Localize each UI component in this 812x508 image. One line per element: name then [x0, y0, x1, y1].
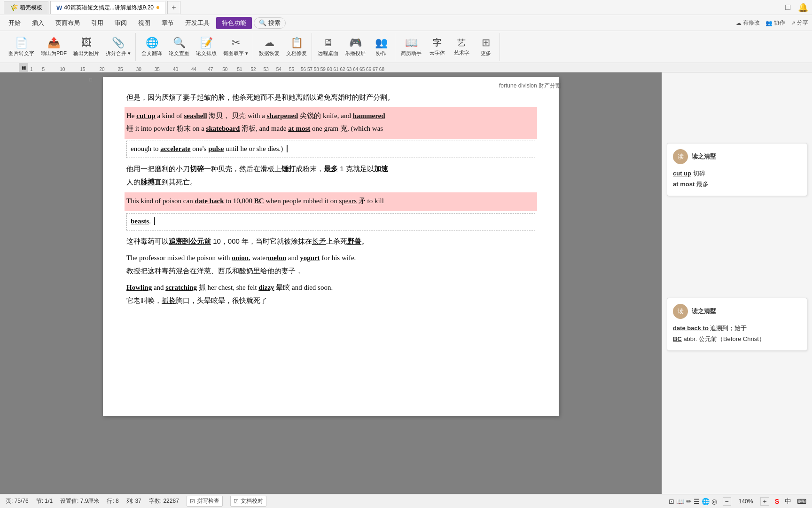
zoom-minus-btn[interactable]: − — [723, 497, 731, 506]
view-edit-icon[interactable]: ✏ — [686, 498, 692, 505]
tab-document[interactable]: W 40篇英语短文搞定...讲解最终版9.20 — [50, 1, 165, 14]
cloud-icon: ☁ — [736, 20, 742, 26]
menu-insert[interactable]: 插入 — [27, 17, 49, 29]
export-img-icon: 🖼 — [81, 37, 92, 49]
pulse-cn: 脉搏 — [141, 178, 155, 186]
more-tools-btn[interactable]: ⊞ 更多 — [474, 34, 498, 60]
keyboard-icon[interactable]: ⌨ — [797, 498, 806, 505]
doc-line-2-en: He cut up a kind of seashell 海贝， 贝壳 with… — [126, 110, 535, 122]
art-text-btn[interactable]: 艺 艺术字 — [450, 34, 473, 60]
img-to-text-icon: 📄 — [15, 37, 28, 49]
atmost-cn: 最多 — [324, 165, 338, 173]
doc-check-btn[interactable]: ☑ 文档校对 — [230, 496, 266, 507]
split-merge-icon: 📎 — [112, 37, 125, 49]
coauthor-label[interactable]: 👥 协作 — [765, 19, 785, 27]
menu-view[interactable]: 视图 — [133, 17, 155, 29]
data-restore-btn[interactable]: ☁ 数据恢复 — [256, 34, 282, 60]
menu-chapter[interactable]: 章节 — [157, 17, 179, 29]
doc-line-6-cn: 人的脉搏直到其死亡。 — [126, 176, 535, 188]
tab-unsaved-dot — [156, 6, 159, 9]
doc-line-9-cn: 这种毒药可以追溯到公元前 10，000 年，当时它就被涂抹在长矛上杀死野兽。 — [126, 235, 535, 247]
skateboard-word: skateboard — [206, 125, 240, 132]
view-focus-icon[interactable]: ◎ — [711, 498, 717, 505]
remote-tools-group: 🖥 远程桌面 🎮 乐播投屏 👥 协作 — [313, 33, 395, 61]
spell-check-btn[interactable]: ☑ 拼写检查 — [187, 496, 223, 507]
view-mode-icons[interactable]: ⊡ 📖 ✏ ☰ 🌐 ◎ — [669, 498, 717, 505]
screenshot-icon: ✂ — [232, 37, 240, 49]
doc-highlighted-block-1: He cut up a kind of seashell 海贝， 贝壳 with… — [125, 107, 537, 139]
seashell-word: seashell — [184, 112, 207, 119]
notification-icon[interactable]: 🔔 — [798, 2, 808, 13]
share-label[interactable]: ↗ 分享 — [791, 19, 808, 27]
doc-line-12-en: Howling and scratching 抓 her chest, she … — [126, 282, 535, 294]
paper-format-icon: 📝 — [200, 37, 213, 49]
beast-cn: 野兽 — [347, 237, 361, 245]
comment-2-content: date back to 追溯到；始于 BC abbr. 公元前（Before … — [673, 323, 801, 345]
collaborate-btn[interactable]: 👥 协作 — [369, 34, 393, 60]
zoom-plus-btn[interactable]: + — [760, 497, 769, 506]
text-cursor — [285, 145, 288, 152]
data-restore-icon: ☁ — [264, 37, 274, 49]
add-tab-button[interactable]: + — [167, 1, 180, 14]
menubar-right: ☁ 有修改 👥 协作 ↗ 分享 — [736, 19, 808, 27]
doc-line-4-en: enough to accelerate one's pulse until h… — [131, 143, 531, 155]
melon-word: melon — [268, 254, 286, 262]
share-icon: ↗ — [791, 20, 796, 26]
full-translate-btn[interactable]: 🌐 全文翻译 — [139, 34, 165, 60]
doc-highlighted-block-2: This kind of poison can date back to 10,… — [125, 192, 537, 211]
menu-bar: 开始 插入 页面布局 引用 审阅 视图 章节 开发工具 特色功能 🔍 搜索 ☁ … — [0, 15, 812, 31]
yogurt-cn: 酸奶 — [239, 267, 253, 275]
screen-cast-btn[interactable]: 🎮 乐播投屏 — [342, 34, 368, 60]
shell-word-cn: 贝壳 — [218, 165, 232, 173]
view-read-icon[interactable]: 📖 — [676, 498, 684, 505]
coauthor-icon: 👥 — [765, 20, 773, 26]
resume-btn[interactable]: 📖 简历助手 — [398, 34, 424, 60]
comment-box-1: 读 读之清墅 cut up 切碎 at most 最多 — [667, 143, 807, 196]
view-web-icon[interactable]: 🌐 — [702, 498, 710, 505]
comment-box-2: 读 读之清墅 date back to 追溯到；始于 BC abbr. 公元前（… — [667, 298, 807, 351]
cloud-font-btn[interactable]: 字 云字体 — [425, 34, 449, 60]
spear-cn: 长矛 — [312, 237, 326, 245]
window-restore-btn[interactable]: □ — [785, 2, 790, 12]
menu-review[interactable]: 审阅 — [110, 17, 132, 29]
paper-format-btn[interactable]: 📝 论文排版 — [193, 34, 219, 60]
ruler-corner: ▦ — [22, 65, 26, 70]
view-print-icon[interactable]: ⊡ — [669, 498, 674, 505]
img-to-text-btn[interactable]: 📄 图片转文字 — [6, 34, 37, 60]
main-area: ◻ fortune division 财产分割 但是，因为厌烦了妻子起皱的脸，他… — [0, 72, 812, 494]
export-pdf-icon: 📤 — [47, 37, 60, 49]
has-modify-label: ☁ 有修改 — [736, 19, 760, 27]
split-merge-btn[interactable]: 📎 拆分合并 ▾ — [103, 34, 133, 60]
tab-template-label: 稻壳模板 — [20, 4, 42, 12]
doc-tab-icon: W — [56, 4, 62, 11]
document-area[interactable]: ◻ fortune division 财产分割 但是，因为厌烦了妻子起皱的脸，他… — [0, 72, 662, 494]
zoom-level: 140% — [737, 498, 755, 505]
template-tab-icon: 🌾 — [10, 4, 18, 11]
chinese-mode-icon[interactable]: 中 — [785, 497, 791, 506]
doc-repair-btn[interactable]: 📋 文档修复 — [283, 34, 310, 60]
document-page[interactable]: fortune division 财产分割 但是，因为厌烦了妻子起皱的脸，他杀死… — [103, 77, 559, 416]
remote-desktop-btn[interactable]: 🖥 远程桌面 — [315, 34, 341, 60]
status-bar: 页: 75/76 节: 1/1 设置值: 7.9厘米 行: 8 列: 37 字数… — [0, 494, 812, 508]
comment-1-content: cut up 切碎 at most 最多 — [673, 168, 801, 190]
export-pdf-btn[interactable]: 📤 输出为PDF — [38, 34, 70, 60]
view-outline-icon[interactable]: ☰ — [694, 498, 700, 505]
onion-cn: 洋葱 — [197, 267, 211, 275]
menu-dev-tools[interactable]: 开发工具 — [180, 17, 214, 29]
beasts-word: beasts — [131, 217, 149, 225]
translate-icon: 🌐 — [146, 37, 158, 49]
page-markers: ◻ — [89, 77, 92, 82]
paper-check-btn[interactable]: 🔍 论文查重 — [166, 34, 192, 60]
cut-word-cn: 切碎 — [190, 165, 204, 173]
menu-reference[interactable]: 引用 — [86, 17, 108, 29]
doc-line-13-cn: 它老叫唤，抓挠胸口，头晕眩晕，很快就死了 — [126, 294, 535, 307]
screenshot-btn[interactable]: ✂ 截图取字 ▾ — [220, 34, 251, 60]
tab-template[interactable]: 🌾 稻壳模板 — [4, 1, 48, 14]
menu-search[interactable]: 🔍 搜索 — [254, 17, 286, 29]
menu-start[interactable]: 开始 — [4, 17, 25, 29]
menu-page-layout[interactable]: 页面布局 — [51, 17, 85, 29]
menu-special-features[interactable]: 特色功能 — [216, 17, 252, 29]
export-img-btn[interactable]: 🖼 输出为图片 — [70, 34, 102, 60]
toolbar: 📄 图片转文字 📤 输出为PDF 🖼 输出为图片 📎 拆分合并 ▾ 🌐 全文翻译… — [0, 31, 812, 63]
status-bar-right: ⊡ 📖 ✏ ☰ 🌐 ◎ − 140% + S 中 ⌨ — [669, 497, 806, 506]
